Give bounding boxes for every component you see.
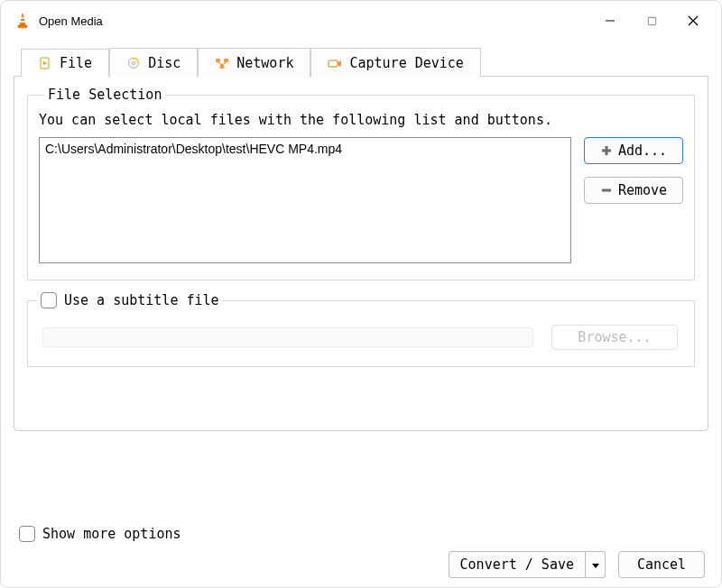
svg-rect-17: [329, 60, 338, 67]
client-area: File Disc Network Capture Device: [1, 41, 721, 587]
remove-button[interactable]: Remove: [584, 177, 683, 204]
svg-marker-22: [592, 564, 599, 568]
tab-disc-label: Disc: [148, 55, 180, 71]
svg-point-11: [133, 61, 135, 64]
footer-buttons: Convert / Save Cancel: [14, 551, 708, 578]
file-list[interactable]: C:\Users\Administrator\Desktop\test\HEVC…: [39, 137, 571, 263]
tab-file-label: File: [60, 55, 92, 71]
file-icon: [38, 56, 52, 70]
file-selection-legend: File Selection: [44, 87, 165, 103]
convert-save-button[interactable]: Convert / Save: [449, 551, 586, 578]
svg-rect-13: [224, 59, 228, 62]
close-button[interactable]: [672, 6, 714, 35]
convert-save-split-button: Convert / Save: [449, 551, 606, 578]
add-button-label: Add...: [618, 142, 667, 159]
open-media-window: Open Media File: [0, 0, 722, 588]
tab-disc[interactable]: Disc: [109, 48, 198, 77]
window-title: Open Media: [39, 14, 103, 28]
tab-capture-label: Capture Device: [349, 55, 463, 71]
file-selection-hint: You can select local files with the foll…: [39, 112, 683, 128]
tab-capture-device[interactable]: Capture Device: [310, 48, 480, 77]
chevron-down-icon: [592, 557, 599, 572]
minus-icon: [600, 184, 613, 197]
plus-icon: [600, 144, 613, 157]
subtitle-group: Use a subtitle file Browse...: [27, 300, 695, 367]
cancel-button-label: Cancel: [637, 556, 686, 573]
tab-network-label: Network: [236, 55, 293, 71]
window-controls: [589, 6, 714, 35]
svg-rect-1: [21, 17, 25, 19]
show-more-options-checkbox[interactable]: [19, 526, 35, 542]
tab-network[interactable]: Network: [198, 48, 310, 77]
minimize-button[interactable]: [589, 6, 631, 35]
svg-marker-0: [20, 14, 25, 25]
titlebar: Open Media: [1, 1, 721, 41]
browse-button-label: Browse...: [578, 329, 651, 345]
vlc-cone-icon: [14, 12, 32, 30]
file-list-item[interactable]: C:\Users\Administrator\Desktop\test\HEVC…: [45, 142, 565, 156]
convert-save-dropdown[interactable]: [586, 551, 606, 578]
svg-marker-18: [338, 60, 341, 67]
maximize-button[interactable]: [631, 6, 672, 35]
svg-line-16: [222, 62, 227, 65]
network-icon: [215, 56, 229, 70]
capture-device-icon: [328, 56, 342, 70]
subtitle-checkbox[interactable]: [41, 292, 57, 308]
svg-rect-12: [216, 59, 220, 62]
show-more-options-label: Show more options: [42, 526, 181, 542]
disc-icon: [126, 56, 141, 70]
remove-button-label: Remove: [618, 182, 667, 198]
convert-save-label: Convert / Save: [460, 556, 574, 573]
svg-rect-5: [648, 17, 655, 24]
subtitle-checkbox-label: Use a subtitle file: [64, 292, 219, 308]
cancel-button[interactable]: Cancel: [618, 551, 705, 578]
tabs: File Disc Network Capture Device: [21, 48, 708, 77]
subtitle-path-input: [42, 327, 533, 347]
browse-button: Browse...: [551, 325, 678, 350]
file-selection-group: File Selection You can select local file…: [27, 95, 695, 280]
svg-line-15: [218, 62, 223, 65]
svg-rect-2: [20, 21, 25, 23]
svg-rect-14: [220, 65, 225, 69]
add-button[interactable]: Add...: [584, 137, 683, 164]
svg-rect-3: [18, 25, 27, 28]
tab-panel: File Selection You can select local file…: [14, 76, 708, 431]
tab-file[interactable]: File: [21, 49, 109, 78]
